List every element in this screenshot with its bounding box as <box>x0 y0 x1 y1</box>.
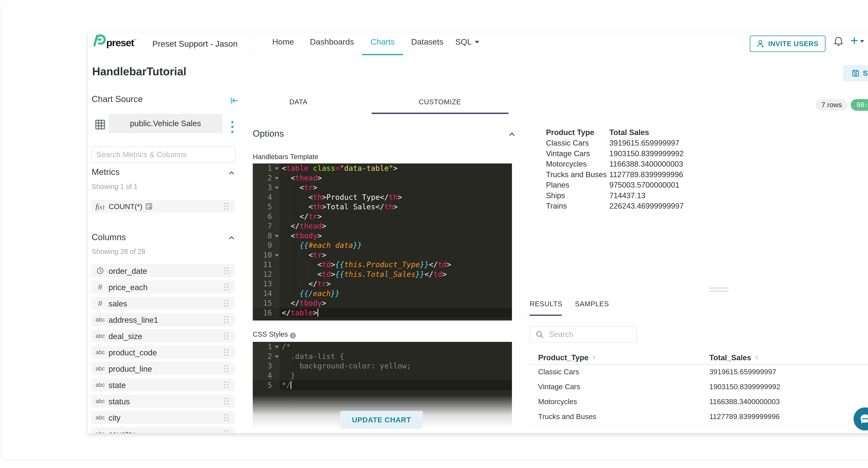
column-label: status <box>108 397 130 406</box>
editor-line-16: 16</table> <box>253 308 512 318</box>
fold-arrow-icon[interactable] <box>275 177 279 180</box>
tab-data[interactable]: DATA <box>289 98 308 106</box>
editor-line-5: 5*/ <box>253 380 512 390</box>
editor-line-5: 5 <th>Total Sales</th> <box>253 202 512 212</box>
table-header: Total Sales <box>609 127 684 138</box>
invite-users-button[interactable]: INVITE USERS <box>750 36 826 52</box>
results-drag-handle[interactable] <box>709 291 728 292</box>
table-row: Trucks and Buses1127789.8399999996 <box>546 169 684 180</box>
text-type-icon: abc <box>94 395 106 408</box>
column-item-product_line[interactable]: abcproduct_line <box>91 362 235 375</box>
add-new-caret-icon[interactable] <box>860 40 864 43</box>
table-header[interactable]: Total_Sales <box>701 351 868 365</box>
sort-icon[interactable] <box>593 355 595 360</box>
column-item-city[interactable]: abccity <box>91 411 235 424</box>
nav-item-sql[interactable]: SQL <box>455 37 479 47</box>
drag-handle[interactable] <box>224 333 229 339</box>
column-item-order_date[interactable]: order_date <box>91 264 235 277</box>
editor-line-14: 14 {{/each}} <box>253 289 512 299</box>
column-label: deal_size <box>108 332 142 341</box>
cell-product-type: Motorcycles <box>546 159 609 169</box>
text-type-icon: abc <box>94 330 106 342</box>
search-icon <box>535 330 544 339</box>
cell-total-sales: 1127789.8399999996 <box>701 409 868 424</box>
table-header[interactable]: Product_Type <box>530 351 701 365</box>
drag-handle[interactable] <box>224 381 229 388</box>
editor-line-10: 10 <tr> <box>253 250 512 260</box>
editor-line-6: 6 </tr> <box>253 212 512 221</box>
nav-item-dashboards[interactable]: Dashboards <box>310 37 354 47</box>
results-search-input[interactable] <box>530 326 637 343</box>
nav-item-charts[interactable]: Charts <box>371 37 395 47</box>
fold-arrow-icon[interactable] <box>275 254 279 257</box>
fold-arrow-icon[interactable] <box>275 167 279 170</box>
column-item-sales[interactable]: #sales <box>91 297 235 310</box>
handlebars-code-editor[interactable]: 1<table class="data-table">2 <thead>3 <t… <box>253 163 512 320</box>
column-item-state[interactable]: abcstate <box>91 378 235 391</box>
text-type-icon: abc <box>94 362 106 375</box>
drag-handle[interactable] <box>224 365 229 372</box>
drag-handle[interactable] <box>224 398 229 405</box>
cell-product-type: Classic Cars <box>546 138 609 148</box>
fold-arrow-icon[interactable] <box>275 187 279 189</box>
drag-handle[interactable] <box>224 349 229 356</box>
column-item-price_each[interactable]: #price_each <box>91 280 235 293</box>
options-collapse-chevron-icon[interactable] <box>508 132 516 136</box>
table-row: Motorcycles1166388.3400000003 <box>546 159 684 169</box>
cell-product-type: Classic Cars <box>530 365 701 379</box>
nav-item-datasets[interactable]: Datasets <box>411 37 443 47</box>
text-type-icon: abc <box>94 313 106 326</box>
nav-item-home[interactable]: Home <box>272 37 294 47</box>
cell-total-sales: 1127789.8399999996 <box>609 169 684 180</box>
drag-handle[interactable] <box>224 267 229 274</box>
column-item-deal_size[interactable]: abcdeal_size <box>91 330 235 342</box>
column-label: sales <box>108 299 127 308</box>
add-new-plus-icon[interactable] <box>850 36 859 45</box>
table-header: Product Type <box>546 127 609 138</box>
column-item-country[interactable]: abccountry <box>91 427 235 433</box>
cell-total-sales: 1903150.8399999992 <box>609 148 684 159</box>
info-icon[interactable]: i <box>290 333 296 339</box>
column-item-status[interactable]: abcstatus <box>91 395 235 408</box>
tab-customize[interactable]: CUSTOMIZE <box>419 98 461 106</box>
chat-bubble-icon <box>859 412 868 426</box>
drag-handle[interactable] <box>224 284 229 290</box>
sort-icon[interactable] <box>755 355 758 360</box>
chart-header: HandlebarTutorial SAVE <box>88 55 868 90</box>
column-label: city <box>108 413 121 423</box>
cell-product-type: Trains <box>546 201 609 211</box>
notifications-bell-icon[interactable] <box>833 36 843 48</box>
table-row: Planes975003.5700000001 <box>546 180 684 190</box>
number-type-icon: # <box>94 297 106 310</box>
tab-results[interactable]: RESULTS <box>530 300 562 308</box>
fold-arrow-icon[interactable] <box>275 355 279 358</box>
editor-tabbar: DATA CUSTOMIZE <box>245 90 521 114</box>
fold-arrow-icon[interactable] <box>275 346 279 348</box>
text-type-icon: abc <box>94 346 106 359</box>
column-item-address_line1[interactable]: abcaddress_line1 <box>91 313 235 326</box>
tab-samples[interactable]: SAMPLES <box>575 300 609 308</box>
editor-line-7: 7 </thead> <box>253 221 512 231</box>
cell-product-type: Ships <box>546 190 609 201</box>
sql-caret-icon <box>475 41 479 43</box>
fold-arrow-icon[interactable] <box>275 235 279 238</box>
drag-handle[interactable] <box>224 414 229 421</box>
editor-line-11: 11 <td>{{this.Product_Type}}</td> <box>253 260 512 270</box>
results-drag-handle[interactable] <box>709 287 728 288</box>
update-chart-button[interactable]: UPDATE CHART <box>340 411 423 429</box>
column-label: product_line <box>108 364 152 374</box>
column-item-product_code[interactable]: abcproduct_code <box>91 346 235 359</box>
chart-source-panel: Chart Source public.Vehicle Sales Metric… <box>88 90 244 433</box>
column-label: country <box>108 430 135 433</box>
drag-handle[interactable] <box>224 430 229 434</box>
editor-line-2: 2 <thead> <box>253 173 512 183</box>
handlebars-template-label: Handlebars Template <box>253 153 318 161</box>
css-styles-label: CSS Styles <box>253 331 288 338</box>
drag-handle[interactable] <box>224 316 229 323</box>
editor-line-13: 13 </tr> <box>253 279 512 289</box>
drag-handle[interactable] <box>224 300 229 307</box>
editor-line-3: 3 background-color: yellow; <box>253 361 512 371</box>
cell-product-type: Motorcycles <box>530 394 701 409</box>
editor-line-1: 1<table class="data-table"> <box>253 163 512 173</box>
save-button[interactable]: SAVE <box>843 65 868 82</box>
